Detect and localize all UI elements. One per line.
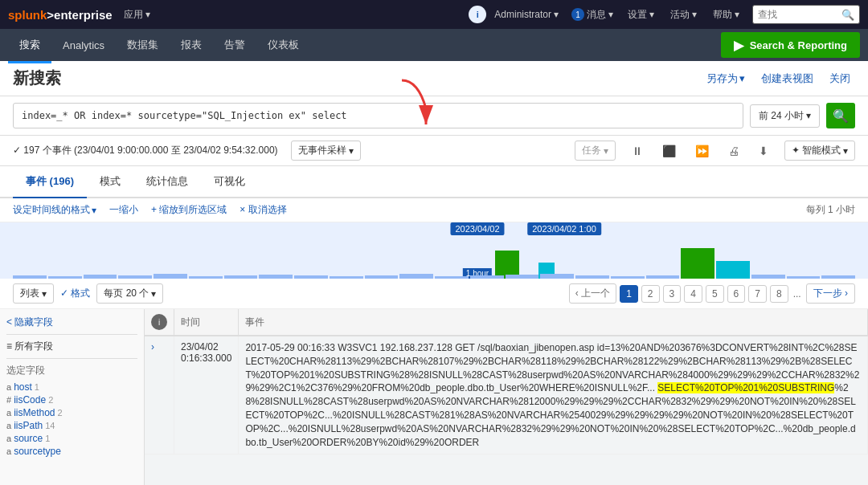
bar-13 xyxy=(435,276,469,279)
message-menu[interactable]: 1 消息 ▾ xyxy=(565,8,620,22)
zoom-in-button[interactable]: + 缩放到所选区域 xyxy=(151,203,227,217)
search-icon: 🔍 xyxy=(841,9,854,21)
bar-17 xyxy=(575,275,609,279)
page-title: 新搜索 xyxy=(13,67,702,89)
col-header-event[interactable]: 事件 xyxy=(239,309,868,336)
global-search-input[interactable] xyxy=(758,9,838,20)
timeline-chart[interactable]: 2023/04/02 2023/04/02 1:00 1 hour xyxy=(0,222,868,279)
chevron-down-icon: ▾ xyxy=(604,145,608,157)
activity-menu[interactable]: 活动 ▾ xyxy=(662,0,705,29)
search-reporting-button[interactable]: ▶ Search & Reporting xyxy=(721,32,860,58)
tab-statistics[interactable]: 统计信息 xyxy=(133,166,201,198)
save-as-button[interactable]: 另存为 ▾ xyxy=(702,70,750,88)
format-timeline-button[interactable]: 设定时间线的格式 ▾ xyxy=(13,203,96,217)
tab-visualization[interactable]: 可视化 xyxy=(201,166,258,198)
info-icon[interactable]: i xyxy=(469,6,486,23)
stats-row: ✓ 197 个事件 (23/04/01 9:00:00.000 至 23/04/… xyxy=(0,136,868,166)
format-button[interactable]: ✓ 格式 xyxy=(60,287,90,300)
page-button-2[interactable]: 2 xyxy=(641,285,660,303)
bar-21 xyxy=(751,275,785,279)
bar-2 xyxy=(48,276,82,279)
results-table: i 时间 事件 › 23/04/020:16:33.000 xyxy=(145,309,868,454)
hide-fields-button[interactable]: < 隐藏字段 xyxy=(6,316,137,329)
table-row: › 23/04/020:16:33.000 2017-05-29 00:16:3… xyxy=(145,336,868,454)
search-input[interactable] xyxy=(22,110,735,121)
tab-patterns[interactable]: 模式 xyxy=(87,166,133,198)
fields-sidebar: < 隐藏字段 ≡ 所有字段 选定字段 a host 1 # iisCode 2 … xyxy=(0,309,145,485)
settings-menu[interactable]: 设置 ▾ xyxy=(620,0,662,29)
bar-1 xyxy=(13,275,47,279)
bar-12 xyxy=(399,274,433,279)
secondary-navigation: 搜索 Analytics 数据集 报表 告警 仪表板 ▶ Search & Re… xyxy=(0,29,868,61)
page-button-8[interactable]: 8 xyxy=(770,285,788,303)
smart-mode-button[interactable]: ✦ 智能模式 ▾ xyxy=(784,141,855,161)
tabs-row: 事件 (196) 模式 统计信息 可视化 xyxy=(0,166,868,198)
bar-4 xyxy=(118,275,152,279)
pause-button[interactable]: ⏸ xyxy=(628,143,646,159)
col-header-time[interactable]: 时间 xyxy=(174,309,239,336)
search-bar: 前 24 小时 ▾ 🔍 xyxy=(0,96,868,136)
nav-item-analytics[interactable]: Analytics xyxy=(51,29,116,63)
zoom-out-button[interactable]: 一缩小 xyxy=(109,203,138,217)
top-navigation: splunk>enterprise 应用 ▾ i Administrator ▾… xyxy=(0,0,868,29)
search-input-wrap[interactable] xyxy=(13,103,743,128)
no-sample-button[interactable]: 无事件采样 ▾ xyxy=(291,141,361,161)
nav-item-reports[interactable]: 报表 xyxy=(170,29,213,63)
global-search-box[interactable]: 🔍 xyxy=(752,5,860,24)
next-page-button[interactable]: 下一步 › xyxy=(806,283,855,304)
field-source[interactable]: a source 1 xyxy=(6,432,137,445)
download-button[interactable]: ⬇ xyxy=(755,143,772,159)
field-iis-path[interactable]: a iisPath 14 xyxy=(6,419,137,432)
enterprise-label: >enterprise xyxy=(47,8,112,22)
close-button[interactable]: 关闭 xyxy=(825,70,855,88)
bar-11 xyxy=(365,275,399,279)
deselect-button[interactable]: × 取消选择 xyxy=(240,203,286,217)
col-header-info[interactable]: i xyxy=(145,309,174,336)
nav-item-alerts[interactable]: 告警 xyxy=(213,29,256,63)
nav-item-dashboards[interactable]: 仪表板 xyxy=(256,29,310,63)
row-event-cell: 2017-05-29 00:16:33 W3SVC1 192.168.237.1… xyxy=(239,336,868,454)
page-header: 新搜索 另存为 ▾ 创建表视图 关闭 xyxy=(0,61,868,96)
bar-cyan xyxy=(716,261,750,279)
chevron-down-icon: ▾ xyxy=(806,110,811,121)
search-go-button[interactable]: 🔍 xyxy=(826,103,855,128)
page-button-7[interactable]: 7 xyxy=(748,285,767,303)
app-menu[interactable]: 应用 ▾ xyxy=(116,0,158,29)
field-iis-code[interactable]: # iisCode 2 xyxy=(6,393,137,406)
tab-events[interactable]: 事件 (196) xyxy=(13,166,87,198)
page-button-6[interactable]: 6 xyxy=(727,285,746,303)
print-button[interactable]: 🖨 xyxy=(725,143,743,159)
row-expand-cell[interactable]: › xyxy=(145,336,174,454)
expand-icon[interactable]: › xyxy=(151,341,154,353)
field-sourcetype[interactable]: a sourcetype xyxy=(6,445,137,458)
page-button-1[interactable]: 1 xyxy=(620,285,638,303)
nav-item-search[interactable]: 搜索 xyxy=(8,29,51,63)
time-range-button[interactable]: 前 24 小时 ▾ xyxy=(750,104,820,128)
admin-user-menu[interactable]: Administrator ▾ xyxy=(488,9,565,20)
bar-23 xyxy=(821,275,855,279)
bar-18 xyxy=(611,276,645,279)
list-view-button[interactable]: 列表 ▾ xyxy=(13,283,54,304)
page-button-3[interactable]: 3 xyxy=(663,285,682,303)
per-page-button[interactable]: 每页 20 个 ▾ xyxy=(96,283,163,304)
create-view-button[interactable]: 创建表视图 xyxy=(756,70,818,88)
bar-9 xyxy=(294,275,328,279)
field-iis-method[interactable]: a iisMethod 2 xyxy=(6,406,137,419)
task-button[interactable]: 任务 ▾ xyxy=(575,141,616,161)
bar-15 xyxy=(506,275,539,279)
field-host[interactable]: a host 1 xyxy=(6,381,137,393)
help-menu[interactable]: 帮助 ▾ xyxy=(705,0,747,29)
column-info-icon[interactable]: i xyxy=(151,314,167,330)
all-fields-button[interactable]: ≡ 所有字段 xyxy=(6,340,137,353)
bar-7 xyxy=(224,275,258,279)
nav-item-datasets[interactable]: 数据集 xyxy=(116,29,170,63)
page-button-4[interactable]: 4 xyxy=(684,285,702,303)
sidebar-divider-2 xyxy=(6,358,137,359)
page-button-5[interactable]: 5 xyxy=(706,285,724,303)
chevron-down-icon: ▾ xyxy=(739,72,745,84)
forward-button[interactable]: ⏩ xyxy=(692,143,712,159)
prev-page-button[interactable]: ‹ 上一个 xyxy=(569,283,616,304)
stop-button[interactable]: ⬛ xyxy=(659,143,679,159)
selected-fields-label: 选定字段 xyxy=(6,364,137,377)
chevron-down-icon: ▾ xyxy=(843,145,848,157)
